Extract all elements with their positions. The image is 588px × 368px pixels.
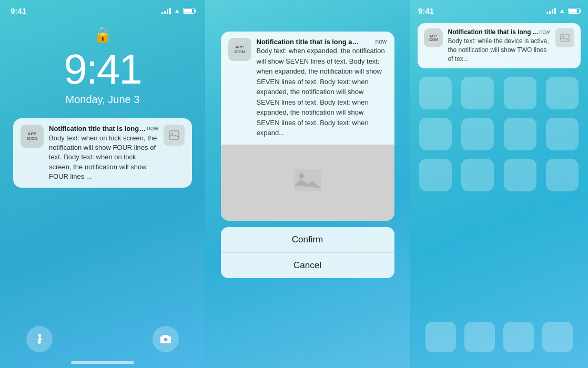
- lock-screen-bottom-bar: [0, 326, 205, 352]
- svg-rect-6: [561, 34, 569, 42]
- image-placeholder-icon: [293, 168, 322, 197]
- notification-banner[interactable]: APP ICON Notification title that is long…: [418, 23, 581, 68]
- dock-icon-2[interactable]: [464, 322, 495, 352]
- expanded-notification-card[interactable]: APP ICON Notification title that is long…: [221, 32, 394, 221]
- app-icon-2[interactable]: [461, 77, 494, 109]
- svg-point-5: [299, 173, 304, 179]
- banner-content: Notification title that is long and trun…: [448, 28, 550, 63]
- svg-point-3: [164, 338, 168, 342]
- svg-rect-2: [38, 340, 41, 344]
- expanded-notification-time: now: [375, 38, 387, 45]
- app-row-1: [419, 77, 579, 109]
- app-icon-6[interactable]: [461, 118, 494, 150]
- wifi-icon: ▲: [174, 7, 180, 15]
- status-time-left: 9:41: [11, 6, 26, 15]
- banner-image-thumb: [555, 28, 574, 47]
- lock-icon: 🔒: [94, 26, 112, 43]
- expanded-notification-header: APP ICON Notification title that is long…: [221, 32, 394, 145]
- notification-header: Notification title that is long and trun…: [49, 125, 158, 132]
- signal-icon: [161, 8, 171, 14]
- wifi-icon-right: ▲: [559, 7, 565, 15]
- dock-icon-1[interactable]: [425, 322, 456, 352]
- notification-actions: Confirm Cancel: [221, 227, 394, 278]
- battery-icon-right: [568, 8, 580, 14]
- app-icon-4[interactable]: [546, 77, 579, 109]
- notification-content: Notification title that is long and trun…: [49, 125, 158, 181]
- cancel-button[interactable]: Cancel: [221, 253, 394, 278]
- notification-media-image: [221, 145, 394, 221]
- app-icon-9[interactable]: [419, 159, 452, 191]
- app-icon-3[interactable]: [504, 77, 536, 109]
- signal-icon-right: [546, 8, 556, 14]
- app-icon-8[interactable]: [546, 118, 579, 150]
- svg-point-1: [171, 133, 173, 135]
- expanded-notification-title: Notification title that is long and trun…: [257, 38, 362, 46]
- svg-rect-4: [294, 169, 321, 191]
- svg-point-7: [562, 36, 564, 37]
- banner-title: Notification title that is long and trun…: [448, 28, 540, 36]
- battery-icon: [183, 8, 195, 14]
- notification-image-thumb: [164, 125, 185, 146]
- app-grid: [410, 68, 588, 200]
- app-icon-12[interactable]: [546, 159, 579, 191]
- dock-icon-3[interactable]: [503, 322, 534, 352]
- app-icon-7[interactable]: [504, 118, 536, 150]
- notification-body: Body text: when on lock screen, the noti…: [49, 134, 158, 181]
- lock-date: Monday, June 3: [66, 94, 140, 106]
- banner-body: Body text: while the device is active, t…: [448, 37, 550, 63]
- dock-row: [425, 322, 573, 352]
- app-icon-11[interactable]: [504, 159, 536, 191]
- status-icons-right: ▲: [546, 7, 580, 15]
- expanded-notification-body: Body text: when expanded, the notificati…: [257, 46, 387, 138]
- status-bar-left: 9:41 ▲: [0, 0, 205, 15]
- status-icons-left: ▲: [161, 7, 195, 15]
- banner-app-icon: APP ICON: [424, 28, 443, 47]
- lock-screen-notification[interactable]: APP ICON Notification title that is long…: [13, 118, 192, 188]
- lock-screen-panel: 9:41 ▲ 🔒 9:41 Monday, June 3 APP ICON No…: [0, 0, 205, 368]
- app-row-3: [419, 159, 579, 191]
- expanded-notification-title-row: Notification title that is long and trun…: [257, 38, 387, 46]
- status-bar-right: 9:41 ▲: [410, 0, 588, 15]
- banner-time: now: [539, 28, 550, 36]
- middle-screen-panel: APP ICON Notification title that is long…: [205, 0, 410, 368]
- app-icon-5[interactable]: [419, 118, 452, 150]
- home-indicator-left: [71, 361, 134, 364]
- app-row-2: [419, 118, 579, 150]
- notification-app-icon: APP ICON: [21, 125, 44, 148]
- banner-title-row: Notification title that is long and trun…: [448, 28, 550, 36]
- expanded-notification-app-icon: APP ICON: [228, 38, 251, 61]
- flashlight-button[interactable]: [26, 326, 53, 352]
- dock-icon-4[interactable]: [542, 322, 573, 352]
- status-time-right: 9:41: [418, 6, 434, 15]
- lock-time: 9:41: [64, 45, 141, 94]
- camera-button[interactable]: [153, 326, 179, 352]
- app-icon-1[interactable]: [419, 77, 452, 109]
- app-icon-10[interactable]: [461, 159, 494, 191]
- expanded-notification-content: Notification title that is long and trun…: [257, 38, 387, 138]
- confirm-button[interactable]: Confirm: [221, 227, 394, 253]
- right-screen-panel: 9:41 ▲ APP ICON Notification title that …: [410, 0, 588, 368]
- notification-title: Notification title that is long and trun…: [49, 125, 147, 132]
- notification-time: now: [147, 125, 158, 132]
